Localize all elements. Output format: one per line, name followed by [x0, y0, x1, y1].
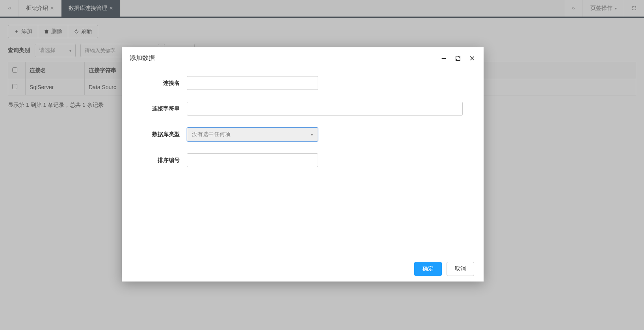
cancel-button[interactable]: 取消 — [447, 262, 474, 276]
database-type-select[interactable]: 没有选中任何项 ▾ — [187, 127, 318, 142]
cancel-button-label: 取消 — [455, 265, 466, 272]
chevron-down-icon: ▾ — [311, 132, 313, 137]
close-icon — [469, 55, 475, 62]
minimize-icon — [441, 55, 447, 62]
sort-number-input[interactable] — [187, 153, 318, 167]
field-label-connstr: 连接字符串 — [141, 105, 187, 112]
add-data-modal: 添加数据 连接名 连接字符串 数据库类型 没有选中任何项 ▾ — [122, 47, 484, 282]
modal-maximize-button[interactable] — [454, 55, 462, 62]
ok-button-label: 确定 — [423, 265, 434, 272]
maximize-icon — [455, 55, 461, 62]
field-label-dbtype: 数据库类型 — [141, 131, 187, 138]
connection-name-input[interactable] — [187, 76, 318, 90]
modal-footer: 确定 取消 — [122, 256, 484, 282]
field-label-sort: 排序编号 — [141, 157, 187, 164]
modal-body: 连接名 连接字符串 数据库类型 没有选中任何项 ▾ 排序编号 — [122, 69, 484, 256]
modal-close-button[interactable] — [469, 55, 476, 62]
modal-header: 添加数据 — [122, 47, 484, 69]
select-placeholder: 没有选中任何项 — [192, 131, 231, 138]
modal-minimize-button[interactable] — [440, 55, 447, 62]
ok-button[interactable]: 确定 — [414, 262, 442, 276]
modal-title: 添加数据 — [130, 54, 155, 62]
field-label-name: 连接名 — [141, 80, 187, 87]
connection-string-input[interactable] — [187, 102, 463, 116]
svg-rect-0 — [442, 58, 446, 59]
